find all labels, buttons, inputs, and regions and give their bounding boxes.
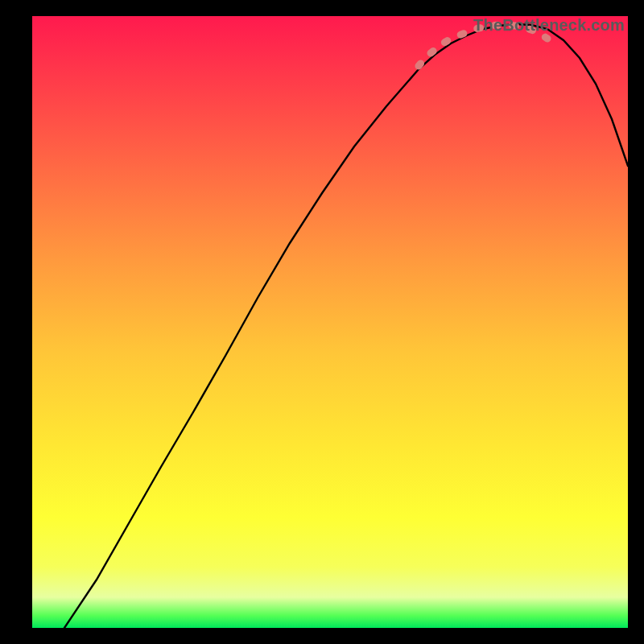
- optimum-marker: [32, 16, 628, 628]
- chart-frame: TheBottleneck.com: [32, 16, 628, 628]
- watermark-text: TheBottleneck.com: [473, 16, 625, 35]
